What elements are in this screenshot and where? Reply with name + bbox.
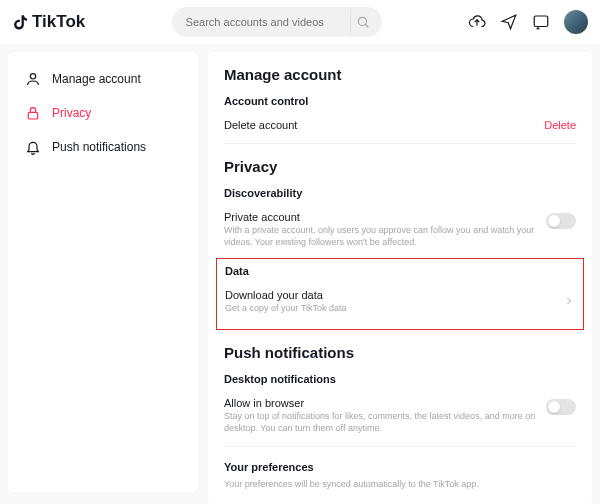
tiktok-logo[interactable]: TikTok — [12, 12, 85, 32]
avatar[interactable] — [564, 10, 588, 34]
inbox-icon[interactable] — [532, 13, 550, 31]
privacy-heading: Privacy — [224, 158, 576, 175]
app-name: TikTok — [32, 12, 85, 32]
account-control-title: Account control — [224, 95, 576, 107]
settings-content: Manage account Account control Delete ac… — [208, 52, 592, 504]
search-box[interactable] — [172, 7, 382, 37]
main-layout: Manage account Privacy Push notification… — [0, 44, 600, 504]
chevron-right-icon — [563, 295, 575, 307]
settings-sidebar: Manage account Privacy Push notification… — [8, 52, 198, 492]
top-bar: TikTok — [0, 0, 600, 44]
divider — [224, 446, 576, 447]
sidebar-item-manage-account[interactable]: Manage account — [14, 62, 192, 96]
search-input[interactable] — [186, 16, 350, 28]
svg-line-1 — [366, 25, 369, 28]
svg-point-3 — [30, 74, 35, 79]
sidebar-item-privacy[interactable]: Privacy — [14, 96, 192, 130]
private-account-help: With a private account, only users you a… — [224, 225, 546, 248]
svg-rect-4 — [28, 112, 37, 119]
send-icon[interactable] — [500, 13, 518, 31]
private-account-toggle[interactable] — [546, 213, 576, 229]
data-title: Data — [225, 265, 575, 277]
tiktok-note-icon — [12, 13, 30, 31]
svg-rect-2 — [534, 16, 548, 27]
private-account-label: Private account — [224, 211, 546, 223]
top-icons — [468, 10, 588, 34]
sidebar-item-push-notifications[interactable]: Push notifications — [14, 130, 192, 164]
manage-account-heading: Manage account — [224, 66, 576, 83]
your-preferences-title: Your preferences — [224, 461, 576, 473]
data-section-highlight: Data Download your data Get a copy of yo… — [216, 258, 584, 330]
sidebar-item-label: Push notifications — [52, 140, 146, 154]
svg-point-0 — [358, 17, 366, 25]
delete-account-label: Delete account — [224, 119, 544, 131]
allow-browser-label: Allow in browser — [224, 397, 546, 409]
your-preferences-help: Your preferences will be synced automati… — [224, 479, 576, 489]
allow-browser-help: Stay on top of notifications for likes, … — [224, 411, 546, 434]
search-icon[interactable] — [350, 9, 376, 35]
download-data-label: Download your data — [225, 289, 563, 301]
sidebar-item-label: Manage account — [52, 72, 141, 86]
discoverability-title: Discoverability — [224, 187, 576, 199]
download-data-row[interactable]: Download your data Get a copy of your Ti… — [225, 283, 575, 321]
delete-account-button[interactable]: Delete — [544, 119, 576, 131]
download-data-help: Get a copy of your TikTok data — [225, 303, 563, 315]
person-icon — [24, 70, 42, 88]
search-wrap — [97, 7, 456, 37]
desktop-notifications-title: Desktop notifications — [224, 373, 576, 385]
lock-icon — [24, 104, 42, 122]
upload-icon[interactable] — [468, 13, 486, 31]
push-notifications-heading: Push notifications — [224, 344, 576, 361]
sidebar-item-label: Privacy — [52, 106, 91, 120]
interactions-row[interactable]: Interactions Likes, comments, new follow… — [224, 497, 576, 504]
private-account-row: Private account With a private account, … — [224, 205, 576, 254]
delete-account-row: Delete account Delete — [224, 113, 576, 137]
allow-browser-row: Allow in browser Stay on top of notifica… — [224, 391, 576, 440]
bell-icon — [24, 138, 42, 156]
allow-browser-toggle[interactable] — [546, 399, 576, 415]
divider — [224, 143, 576, 144]
